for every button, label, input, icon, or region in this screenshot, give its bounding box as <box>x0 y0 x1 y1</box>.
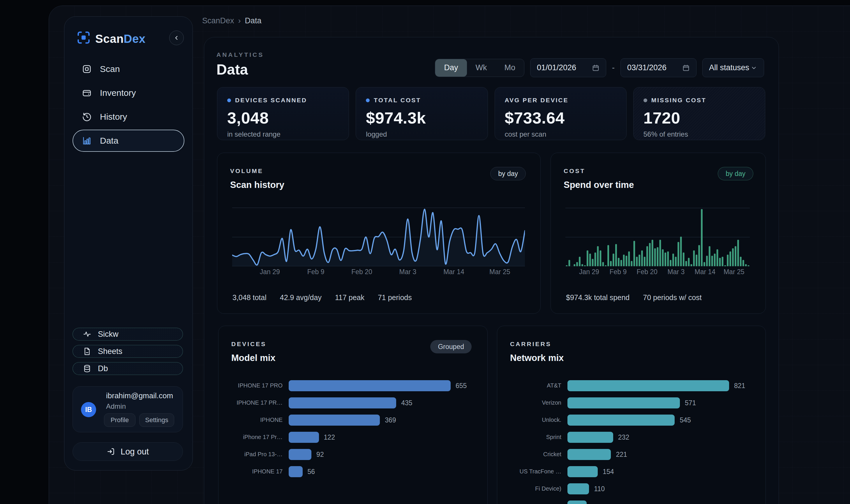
sidebar: ScanDex Scan Inventory <box>64 16 193 470</box>
sidebar-collapse-button[interactable] <box>169 31 184 45</box>
x-tick-label: Mar 25 <box>489 268 510 276</box>
model-mix-row: iPad Pro 13-…92 <box>230 446 478 463</box>
granularity-day[interactable]: Day <box>435 59 467 77</box>
bar-track: 369 <box>289 415 451 426</box>
settings-button[interactable]: Settings <box>139 413 174 427</box>
user-role: Admin <box>106 402 126 411</box>
x-tick-label: Feb 9 <box>609 268 627 276</box>
network-mix-row: Verizon571 <box>509 394 757 411</box>
bar-track: 232 <box>567 432 729 443</box>
model-mix-row: iPhone 17 Pr…122 <box>230 429 478 446</box>
sidebar-item-sickw[interactable]: Sickw <box>73 328 183 341</box>
stat-cards-row: DEVICES SCANNED 3,048 in selected range … <box>217 87 765 140</box>
app-root: ScanDex Scan Inventory <box>0 0 850 504</box>
chart-canvas <box>565 205 750 266</box>
category-label: AT&T <box>509 382 561 389</box>
cost-by-day-badge[interactable]: by day <box>718 167 753 180</box>
bar-track: 221 <box>567 449 729 460</box>
scan-square-icon <box>82 64 92 74</box>
x-tick-label: Jan 29 <box>579 268 599 276</box>
network-mix-row: AT&T821 <box>509 377 757 394</box>
sidebar-item-history[interactable]: History <box>73 106 184 128</box>
sidebar-item-data[interactable]: Data <box>73 130 184 152</box>
date-from-value: 01/01/2026 <box>537 63 576 72</box>
network-mix-row: US TracFone …154 <box>509 463 757 480</box>
logout-button[interactable]: Log out <box>73 442 183 461</box>
carriers-panel: CARRIERS Network mix AT&T821Verizon571Un… <box>497 326 766 504</box>
category-label: Sprint <box>509 434 561 440</box>
bar-track <box>567 501 729 504</box>
category-label: IPHONE <box>230 417 283 423</box>
sidebar-tools: Sickw Sheets Db <box>73 328 183 379</box>
bar <box>289 415 380 426</box>
value-label: 221 <box>616 451 627 458</box>
tool-label: Db <box>98 364 108 373</box>
stat-card-avg-per-device: AVG PER DEVICE $733.64 cost per scan <box>495 87 627 140</box>
status-filter-value: All statuses <box>709 63 749 72</box>
date-to-input[interactable]: 03/31/2026 <box>620 58 697 77</box>
bar-track: 435 <box>289 397 451 409</box>
bar <box>289 432 319 443</box>
bar-track: 655 <box>289 380 451 391</box>
x-tick-label: Mar 25 <box>724 268 744 276</box>
breadcrumb-current[interactable]: Data <box>245 16 261 25</box>
value-label: 154 <box>603 468 614 476</box>
nav-label: Data <box>100 136 118 146</box>
status-dot <box>366 98 370 102</box>
calendar-icon <box>592 64 599 72</box>
panel-title: Model mix <box>231 353 275 363</box>
granularity-week[interactable]: Wk <box>467 59 496 77</box>
nav-label: History <box>100 112 127 122</box>
breadcrumb-root[interactable]: ScanDex <box>202 16 234 25</box>
granularity-month[interactable]: Mo <box>495 59 524 77</box>
summary-item: 71 periods <box>378 293 412 302</box>
stat-subtext: in selected range <box>227 130 339 138</box>
sidebar-item-scan[interactable]: Scan <box>73 58 184 80</box>
bar-track: 92 <box>289 449 451 460</box>
profile-button[interactable]: Profile <box>104 413 135 427</box>
volume-by-day-badge[interactable]: by day <box>490 167 526 180</box>
value-label: 122 <box>324 433 335 442</box>
sidebar-item-db[interactable]: Db <box>73 362 183 375</box>
panel-title: Network mix <box>510 353 564 363</box>
breadcrumb-separator: › <box>238 16 241 25</box>
stat-card-missing-cost: MISSING COST 1720 56% of entries <box>633 87 765 140</box>
date-from-input[interactable]: 01/01/2026 <box>530 58 606 77</box>
bar <box>567 432 613 443</box>
model-mix-chart: IPHONE 17 PRO655IPHONE 17 PR…435IPHONE36… <box>230 377 478 480</box>
x-tick-label: Feb 20 <box>637 268 658 276</box>
document-icon <box>83 347 91 356</box>
bar-track: 110 <box>567 483 729 494</box>
main-panel: ANALYTICS Data Day Wk Mo 01/01/2026 - 03… <box>204 37 779 504</box>
logout-label: Log out <box>121 447 149 456</box>
x-tick-label: Mar 3 <box>399 268 417 276</box>
sidebar-item-inventory[interactable]: Inventory <box>73 82 184 104</box>
brand-title: ScanDex <box>95 32 146 46</box>
status-dot <box>227 98 231 102</box>
status-filter-dropdown[interactable]: All statuses <box>702 58 764 77</box>
value-label: 545 <box>680 416 691 424</box>
scan-history-line-chart <box>232 205 525 266</box>
panel-eyebrow: VOLUME <box>230 167 263 175</box>
value-label: 655 <box>456 382 467 390</box>
stat-value: $733.64 <box>505 108 616 127</box>
chevron-left-icon <box>173 35 180 41</box>
panel-eyebrow: DEVICES <box>231 341 266 347</box>
stat-card-total-cost: TOTAL COST $974.3k logged <box>356 87 488 140</box>
x-tick-label: Mar 14 <box>694 268 716 276</box>
sidebar-item-sheets[interactable]: Sheets <box>73 345 183 358</box>
history-clock-icon <box>82 112 92 122</box>
filters-toolbar: Day Wk Mo 01/01/2026 - 03/31/2026 <box>435 58 764 77</box>
bar <box>289 380 451 391</box>
bar <box>567 449 611 460</box>
bar-track: 571 <box>567 397 729 409</box>
value-label: 369 <box>385 416 396 424</box>
bar <box>289 397 396 409</box>
bar-track: 821 <box>567 380 729 391</box>
page-eyebrow: ANALYTICS <box>216 51 264 58</box>
stat-subtext: 56% of entries <box>644 130 755 138</box>
granularity-toggle: Day Wk Mo <box>435 59 524 77</box>
x-tick-label: Jan 29 <box>260 268 280 276</box>
grouped-badge[interactable]: Grouped <box>430 340 472 354</box>
status-dot <box>644 98 647 102</box>
